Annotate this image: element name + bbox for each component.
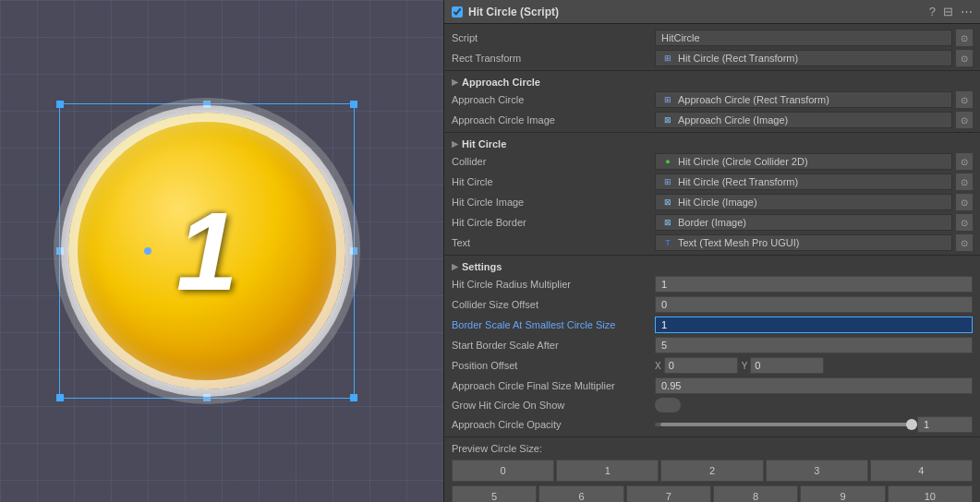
corner-mid-left[interactable] [56,247,64,255]
hit-circle-title: Hit Circle [462,138,506,149]
preview-buttons-container-1: 0 1 2 3 4 [452,460,973,482]
script-label: Script [452,32,655,43]
grow-hit-circle-value [655,398,973,412]
hit-circle-image-row: Hit Circle Image ⊠ Hit Circle (Image) ⊙ [444,192,980,212]
preview-btn-2[interactable]: 2 [660,460,763,482]
preview-btn-1[interactable]: 1 [556,460,659,482]
preview-buttons-row1: 0 1 2 3 4 [444,458,980,484]
corner-top-left[interactable] [56,101,64,108]
preview-btn-7[interactable]: 7 [626,485,711,502]
approach-circle-image-row: Approach Circle Image ⊠ Approach Circle … [444,110,980,130]
corner-top-right[interactable] [350,101,357,108]
hit-circle-image-value: ⊠ Hit Circle (Image) ⊙ [655,194,973,210]
collider-settings-btn[interactable]: ⊙ [956,153,973,170]
approach-circle-settings-btn[interactable]: ⊙ [956,91,973,108]
hit-circle-prop-value: ⊞ Hit Circle (Rect Transform) ⊙ [655,173,973,190]
hit-circle-prop-ref-value: Hit Circle (Rect Transform) [678,176,798,187]
hit-circle-prop-row: Hit Circle ⊞ Hit Circle (Rect Transform)… [444,172,980,192]
approach-opacity-number[interactable]: 1 [917,416,973,433]
approach-opacity-row: Approach Circle Opacity 1 [444,414,980,435]
preview-btn-9[interactable]: 9 [800,485,885,502]
hit-circle-border-settings-btn[interactable]: ⊙ [956,214,973,231]
hit-circle-image-settings-btn[interactable]: ⊙ [956,194,973,210]
preview-btn-4[interactable]: 4 [870,460,973,482]
position-offset-y[interactable]: 0 [750,357,824,374]
rect-transform-ref[interactable]: ⊞ Hit Circle (Rect Transform) [655,50,952,66]
slider-track[interactable] [655,423,912,426]
hit-circle-border-ref-value: Border (Image) [678,217,746,228]
preview-btn-10[interactable]: 10 [888,485,973,502]
text-settings-btn[interactable]: ⊙ [956,234,973,251]
x-label: X [655,361,661,371]
rect-transform-value: Hit Circle (Rect Transform) [678,53,798,64]
rect-transform-settings-btn[interactable]: ⊙ [956,50,973,66]
preview-label-row: Preview Circle Size: [444,439,980,458]
preview-buttons-container-2: 5 6 7 8 9 10 [452,485,973,502]
approach-circle-image-settings-btn[interactable]: ⊙ [956,112,973,128]
hit-circle-section: ▶ Hit Circle [444,135,980,151]
hit-circle-image-ref[interactable]: ⊠ Hit Circle (Image) [655,194,952,210]
corner-bottom-right[interactable] [350,394,357,401]
hit-circle-border-ref[interactable]: ⊠ Border (Image) [655,214,952,231]
script-row: Script HitCircle ⊙ [444,28,980,48]
radius-multiplier-input[interactable]: 1 [655,276,973,293]
collider-value: ● Hit Circle (Circle Collider 2D) ⊙ [655,153,973,170]
position-offset-y-item: Y 0 [742,357,825,374]
approach-opacity-value: 1 [655,416,973,433]
hit-circle-image-label: Hit Circle Image [452,197,655,208]
text-ref[interactable]: T Text (Text Mesh Pro UGUI) [655,234,952,251]
preview-btn-0[interactable]: 0 [452,460,554,482]
approach-final-size-input[interactable]: 0.95 [655,377,973,394]
rect-transform-value-container: ⊞ Hit Circle (Rect Transform) ⊙ [655,50,973,66]
approach-circle-image-ref[interactable]: ⊠ Approach Circle (Image) [655,112,952,128]
settings-icon[interactable]: ⋯ [961,5,973,18]
approach-circle-ref[interactable]: ⊞ Approach Circle (Rect Transform) [655,91,952,108]
grow-hit-circle-toggle[interactable] [655,398,681,412]
approach-circle-label: Approach Circle [452,94,655,105]
component-enable-checkbox[interactable] [452,6,463,18]
slider-thumb[interactable] [906,419,917,430]
radius-multiplier-value: 1 [655,276,973,293]
divider-4 [444,436,980,437]
approach-final-size-value: 0.95 [655,377,973,394]
collider-offset-input[interactable]: 0 [655,296,973,313]
collider-label: Collider [452,156,655,167]
start-border-scale-label: Start Border Scale After [452,340,655,351]
rect-transform-label: Rect Transform [452,53,655,64]
script-settings-btn[interactable]: ⊙ [956,30,973,46]
corner-bottom-left[interactable] [56,394,64,401]
approach-circle-image-icon: ⊠ [661,114,674,126]
preview-btn-5[interactable]: 5 [452,485,537,502]
help-icon[interactable]: ? [929,5,936,18]
hit-circle-prop-ref[interactable]: ⊞ Hit Circle (Rect Transform) [655,173,952,190]
settings-title: Settings [462,261,502,272]
script-value: HitCircle [661,32,700,43]
position-offset-xy: X 0 Y 0 [655,357,973,374]
approach-circle-section: ▶ Approach Circle [444,73,980,90]
hit-circle-prop-settings-btn[interactable]: ⊙ [956,173,973,190]
corner-top-mid[interactable] [203,101,211,108]
hit-circle-image-ref-value: Hit Circle (Image) [678,197,757,208]
preview-buttons-row2: 5 6 7 8 9 10 [444,484,980,502]
script-ref[interactable]: HitCircle [655,30,952,46]
hit-circle-border-value: ⊠ Border (Image) ⊙ [655,214,973,231]
header-icons: ? ⊟ ⋯ [929,5,973,18]
layout-icon[interactable]: ⊟ [943,5,953,18]
border-scale-value: 1 [655,317,973,333]
start-border-scale-input[interactable]: 5 [655,337,973,353]
divider-1 [444,70,980,71]
position-offset-x[interactable]: 0 [664,357,738,374]
grow-hit-circle-row: Grow Hit Circle On Show [444,396,980,414]
corner-mid-right[interactable] [350,247,357,255]
y-label: Y [742,361,748,371]
hit-circle: 1 [68,113,345,389]
border-scale-input[interactable]: 1 [655,317,973,333]
hit-circle-number: 1 [176,187,238,315]
collider-ref[interactable]: ● Hit Circle (Circle Collider 2D) [655,153,952,170]
preview-btn-8[interactable]: 8 [713,485,798,502]
text-ref-value: Text (Text Mesh Pro UGUI) [678,237,799,248]
corner-bottom-mid[interactable] [203,394,211,401]
preview-btn-3[interactable]: 3 [766,460,868,482]
approach-circle-value: ⊞ Approach Circle (Rect Transform) ⊙ [655,91,973,108]
preview-btn-6[interactable]: 6 [538,485,623,502]
